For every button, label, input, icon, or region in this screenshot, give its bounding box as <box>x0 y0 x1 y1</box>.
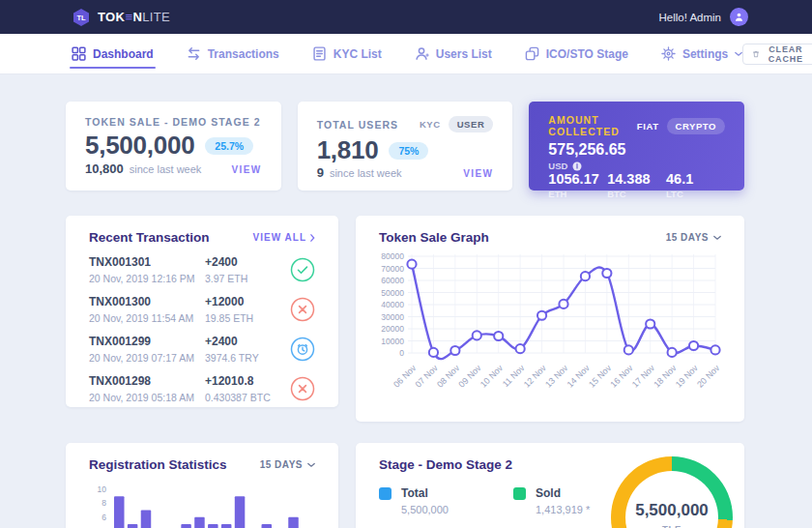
view-link[interactable]: VIEW <box>232 164 262 175</box>
main-nav: Dashboard Transactions KYC List Users Li… <box>0 34 812 74</box>
svg-text:80000: 80000 <box>381 251 404 261</box>
token-sale-graph-panel: Token Sale Graph 15 DAYS 010000200003000… <box>356 216 744 422</box>
amount-collected-card: AMOUNT COLLECTED FIAT CRYPTO 575,256.65 … <box>529 102 744 191</box>
delta-caption: since last week <box>130 163 202 175</box>
svg-text:10: 10 <box>98 484 107 494</box>
dashboard-icon <box>72 46 86 61</box>
recent-transactions-panel: Recent Transaction VIEW ALL TNX001301 20… <box>66 216 338 407</box>
status-pending-icon[interactable] <box>290 337 315 362</box>
period-dropdown[interactable]: 15 DAYS <box>666 232 721 243</box>
panel-title: Registration Statistics <box>89 457 227 472</box>
users-toggle: KYC USER <box>420 116 493 132</box>
svg-text:13 Nov: 13 Nov <box>543 363 570 390</box>
delta-value: 9 <box>317 165 324 180</box>
transaction-row[interactable]: TNX001300 20 Nov, 2019 11:54 AM +12000 1… <box>89 295 315 324</box>
users-list-icon <box>415 46 429 61</box>
nav-item-ico-sto-stage[interactable]: ICO/STO Stage <box>525 34 628 73</box>
fiat-toggle[interactable]: FIAT <box>637 121 659 132</box>
settings-gear-icon <box>661 46 676 61</box>
panel-title: Token Sale Graph <box>379 230 489 245</box>
nav-item-dashboard[interactable]: Dashboard <box>72 34 154 73</box>
amount-usd-value: 575,256.65 <box>548 141 725 159</box>
brand-logo: TL TOK≡NLITE <box>72 8 170 27</box>
nav-item-transactions[interactable]: Transactions <box>187 34 279 73</box>
clear-cache-label: CLEAR CACHE <box>766 44 805 64</box>
top-bar: TL TOK≡NLITE Hello! Admin <box>0 0 812 34</box>
svg-text:16 Nov: 16 Nov <box>608 363 635 390</box>
svg-text:10000: 10000 <box>381 337 404 346</box>
ico-sto-icon <box>525 46 539 61</box>
clear-cache-button[interactable]: CLEAR CACHE <box>742 44 812 65</box>
chevron-down-icon <box>713 235 721 241</box>
card-title: AMOUNT COLLECTED <box>548 114 637 137</box>
donut-center-value: 5,500,000 <box>635 501 709 520</box>
view-all-link[interactable]: VIEW ALL <box>253 232 315 243</box>
svg-text:06 Nov: 06 Nov <box>392 363 419 390</box>
dashboard-content: TOKEN SALE - DEMO STAGE 2 5,500,000 25.7… <box>0 74 812 528</box>
total-users-badge: 75% <box>389 142 428 160</box>
card-title: TOKEN SALE - DEMO STAGE 2 <box>85 116 261 128</box>
svg-text:50000: 50000 <box>381 288 404 298</box>
nav-item-kyc-list[interactable]: KYC List <box>312 34 382 73</box>
view-link[interactable]: VIEW <box>463 168 493 179</box>
nav-label: Transactions <box>208 47 279 61</box>
currency-label: USD <box>548 161 567 171</box>
nav-item-users-list[interactable]: Users List <box>415 34 492 73</box>
svg-text:TL: TL <box>76 14 86 22</box>
token-sale-badge: 25.7% <box>205 137 253 155</box>
person-icon <box>734 12 744 22</box>
crypto-toggle[interactable]: CRYPTO <box>667 118 725 134</box>
donut-center-unit: TLE <box>662 523 682 528</box>
svg-text:20 Nov: 20 Nov <box>695 363 721 390</box>
chevron-down-icon <box>735 51 742 57</box>
token-sale-value: 5,500,000 <box>85 131 194 161</box>
nav-item-settings[interactable]: Settings <box>661 34 742 73</box>
svg-text:07 Nov: 07 Nov <box>414 363 441 390</box>
delta-caption: since last week <box>330 167 402 179</box>
delta-value: 10,800 <box>85 161 124 176</box>
stage-panel: Stage - Demo Stage 2 Total 5,500,000 Sol… <box>356 443 744 528</box>
tokenlite-logo-icon: TL <box>72 8 91 27</box>
panel-title: Recent Transaction <box>89 230 210 245</box>
svg-text:12 Nov: 12 Nov <box>522 363 549 390</box>
svg-text:30000: 30000 <box>381 312 404 322</box>
svg-text:19 Nov: 19 Nov <box>674 363 701 390</box>
user-avatar[interactable] <box>730 8 748 26</box>
nav-label: Users List <box>436 47 492 61</box>
nav-label: Settings <box>682 47 728 61</box>
svg-text:10 Nov: 10 Nov <box>478 363 506 390</box>
transaction-row[interactable]: TNX001301 20 Nov, 2019 12:16 PM +2400 3.… <box>89 255 315 284</box>
svg-text:8: 8 <box>102 498 106 508</box>
svg-text:08 Nov: 08 Nov <box>435 363 462 390</box>
svg-text:18 Nov: 18 Nov <box>652 363 679 390</box>
svg-text:11 Nov: 11 Nov <box>501 363 527 389</box>
eth-amount: 1056.17 ETH <box>548 171 607 199</box>
currency-toggle: FIAT CRYPTO <box>637 118 725 134</box>
user-toggle[interactable]: USER <box>449 116 494 132</box>
total-users-card: TOTAL USERS KYC USER 1,810 75% 9 since l… <box>298 102 513 191</box>
svg-text:70000: 70000 <box>381 264 404 274</box>
token-sale-line-chart: 0100002000030000400005000060000700008000… <box>379 249 721 403</box>
chevron-down-icon <box>307 462 315 468</box>
svg-text:0: 0 <box>399 348 404 358</box>
kyc-list-icon <box>312 46 327 61</box>
svg-text:60000: 60000 <box>381 276 404 285</box>
legend-swatch <box>379 487 392 500</box>
svg-text:20000: 20000 <box>381 324 404 334</box>
kyc-toggle[interactable]: KYC <box>420 119 441 130</box>
status-approved-icon[interactable] <box>290 257 315 282</box>
period-dropdown[interactable]: 15 DAYS <box>260 459 315 470</box>
stage-donut-chart: 5,500,000 TLE <box>611 456 733 528</box>
brand-name: TOK≡NLITE <box>98 10 170 24</box>
transaction-row[interactable]: TNX001298 20 Nov, 2019 05:18 AM +12010.8… <box>89 374 315 403</box>
svg-text:09 Nov: 09 Nov <box>456 363 483 390</box>
status-rejected-icon[interactable] <box>290 297 315 322</box>
card-title: TOTAL USERS <box>317 119 398 131</box>
nav-label: ICO/STO Stage <box>546 47 628 61</box>
greeting-text: Hello! Admin <box>658 12 721 23</box>
total-users-value: 1,810 <box>317 135 379 165</box>
status-rejected-icon[interactable] <box>290 376 315 401</box>
transaction-row[interactable]: TNX001299 20 Nov, 2019 07:17 AM +2400 39… <box>89 335 315 364</box>
info-icon[interactable] <box>572 161 582 171</box>
nav-label: Dashboard <box>93 47 154 61</box>
